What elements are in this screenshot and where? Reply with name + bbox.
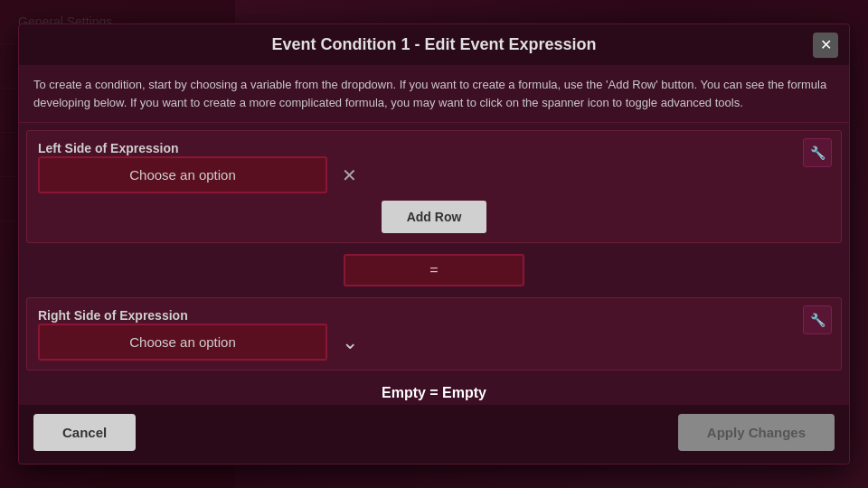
operator-section: = <box>26 250 842 290</box>
modal-footer: Cancel Apply Changes <box>19 405 849 464</box>
left-dropdown-row: Choose an option ✕ <box>38 156 830 193</box>
right-expression-panel: Right Side of Expression 🔧 Choose an opt… <box>26 297 842 371</box>
right-section-label: Right Side of Expression <box>38 308 188 323</box>
left-tools-button[interactable]: 🔧 <box>803 138 832 167</box>
close-button[interactable]: ✕ <box>813 33 838 58</box>
right-dropdown-button[interactable]: Choose an option <box>38 324 327 361</box>
right-chevron-button[interactable]: ⌄ <box>335 327 365 358</box>
operator-display: = <box>344 254 524 286</box>
apply-button[interactable]: Apply Changes <box>678 414 835 451</box>
left-section-label: Left Side of Expression <box>38 141 179 155</box>
wrench-icon: 🔧 <box>810 145 826 160</box>
left-dropdown-button[interactable]: Choose an option <box>38 156 327 193</box>
right-dropdown-row: Choose an option ⌄ <box>38 324 830 361</box>
modal-title: Event Condition 1 - Edit Event Expressio… <box>271 35 596 54</box>
modal-overlay: Event Condition 1 - Edit Event Expressio… <box>0 0 868 488</box>
formula-display: Empty = Empty <box>26 378 842 405</box>
instructions-text: To create a condition, start by choosing… <box>19 65 849 123</box>
add-row-button[interactable]: Add Row <box>382 201 487 233</box>
modal-dialog: Event Condition 1 - Edit Event Expressio… <box>18 23 850 465</box>
left-remove-button[interactable]: ✕ <box>335 161 364 190</box>
modal-header: Event Condition 1 - Edit Event Expressio… <box>19 24 849 65</box>
wrench-icon-right: 🔧 <box>810 313 826 327</box>
right-tools-button[interactable]: 🔧 <box>803 305 832 334</box>
left-expression-panel: Left Side of Expression 🔧 Choose an opti… <box>26 130 842 243</box>
cancel-button[interactable]: Cancel <box>33 414 136 451</box>
